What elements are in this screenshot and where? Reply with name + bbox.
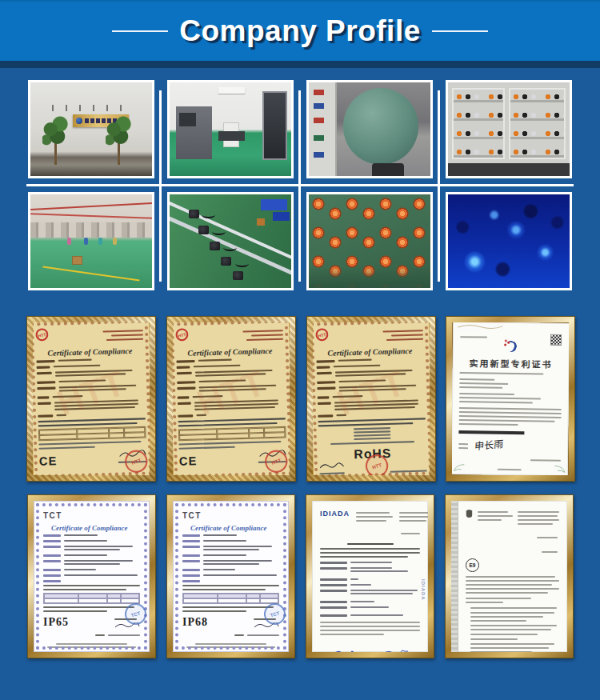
photo-showroom-shelves [446, 80, 572, 178]
ip68-mark: IP68 [182, 616, 208, 629]
carton-box [72, 256, 82, 265]
report-table [38, 426, 146, 441]
photo-office-reception [28, 80, 154, 178]
binding-edge [451, 501, 458, 652]
htt-logo-icon: HTT [34, 327, 50, 342]
certificate-tct-ip65: TCT Certificate of Compliance IP65 [27, 494, 156, 658]
blue-bin [273, 212, 290, 221]
report-fields [320, 562, 420, 618]
tct-logo: TCT [43, 511, 140, 520]
certificate-ce-2: HTT HTT Certificate of Compliance CE [166, 316, 296, 482]
signature-left [331, 648, 358, 652]
photo-test-lab [167, 80, 294, 178]
ce-mark: CE [179, 454, 198, 467]
company-profile-page: Company Profile [0, 0, 600, 700]
certificate-ce-1: HTT HTT Certificate of Compliance CE [26, 316, 156, 482]
e9-mark: E9 [466, 558, 479, 572]
signature [319, 462, 345, 475]
bench [218, 131, 245, 141]
photo-integrating-sphere [306, 80, 433, 178]
certificate-fields [43, 534, 140, 582]
cable [223, 244, 237, 251]
ceiling-lights [52, 105, 125, 111]
test-cabinet [262, 91, 288, 161]
certificate-fields [316, 358, 425, 418]
certificate-paper: TCT Certificate of Compliance IP65 [34, 501, 150, 652]
machine-row [30, 222, 152, 238]
top-ornament [456, 323, 504, 330]
air-conditioner [218, 87, 245, 94]
shelf-base [448, 163, 570, 176]
report-numbers [318, 426, 426, 441]
gold-frame: TCT Certificate of Compliance IP65 [27, 494, 156, 658]
idiada-logo: IDIADA [320, 510, 350, 518]
shelf-unit-left [452, 88, 506, 159]
coat-of-arms-icon [466, 509, 473, 519]
certificate-paper: HTT HTT Certificate of Compliance CE [173, 322, 290, 475]
green-flourish [552, 463, 566, 474]
certificate-paper: TCT Certificate of Compliance IP68 [173, 501, 289, 652]
floor-marking [43, 266, 140, 282]
certificate-paper: 实用新型专利证书 申长雨 [452, 322, 569, 475]
certificate-fields [36, 358, 145, 418]
patent-office-logo [504, 339, 518, 354]
gold-frame: TCT Certificate of Compliance IP68 [166, 494, 295, 658]
htt-logo-icon: HTT [174, 327, 190, 342]
lamp-housing [210, 242, 220, 250]
page-title: Company Profile [179, 14, 421, 48]
title-left-dash [112, 30, 168, 32]
photo-blue-aging-test [446, 192, 572, 290]
certificate-tct-ip68: TCT Certificate of Compliance IP68 [166, 494, 295, 658]
lamp-housing [221, 257, 231, 266]
cable [202, 211, 215, 218]
photo-assembly-line [28, 192, 154, 290]
gold-frame: E9 [445, 494, 574, 658]
worker [67, 238, 71, 245]
ceiling-pipe [30, 202, 152, 210]
lamp-housing [233, 271, 243, 280]
certificate-paper: IDIADA [312, 501, 428, 652]
blue-bin [261, 199, 287, 210]
ceiling-pipe [30, 213, 152, 218]
tct-logo: TCT [182, 511, 279, 520]
header-divider-strip [0, 61, 600, 68]
certificate-title: Certificate of Compliance [36, 346, 144, 358]
test-chamber [176, 106, 213, 159]
worker [84, 238, 88, 245]
green-flourish [453, 462, 467, 473]
htt-logo-icon: HTT [314, 327, 330, 342]
header-banner: Company Profile [0, 0, 600, 61]
control-rack [309, 82, 337, 176]
cable [235, 260, 249, 267]
worker [98, 238, 102, 245]
gold-frame: HTT HTT Certificate of Compliance [306, 316, 436, 482]
certificate-title: Certificate of Compliance [316, 346, 424, 358]
cable [212, 228, 226, 235]
certificate-e9: E9 [445, 494, 574, 658]
certificate-rohs: HTT HTT Certificate of Compliance [306, 316, 436, 482]
signature-right [380, 648, 409, 652]
report-table [178, 426, 286, 441]
photo-orange-beacons [306, 192, 433, 290]
certificate-paper: HTT HTT Certificate of Compliance [313, 322, 430, 475]
patent-title: 实用新型专利证书 [460, 356, 562, 370]
patent-body [459, 372, 562, 426]
certificate-title: Certificate of Compliance [51, 524, 140, 532]
certificate-title: Certificate of Compliance [176, 346, 284, 358]
photo-production-conveyor [167, 192, 294, 290]
certificate-patent: 实用新型专利证书 申长雨 [446, 316, 575, 482]
gold-frame: 实用新型专利证书 申长雨 [446, 316, 575, 482]
gold-frame: IDIADA [306, 494, 434, 658]
certificate-fields [182, 534, 279, 582]
shelf-unit-right [509, 88, 566, 159]
plant-right [106, 115, 133, 165]
redacted-bar [458, 430, 524, 434]
lamp-housing [189, 210, 199, 218]
idiada-vertical-watermark: IDIADA [421, 579, 426, 601]
gold-frame: HTT HTT Certificate of Compliance CE [166, 316, 296, 482]
certificate-paper: E9 [451, 501, 567, 652]
certificate-fields [176, 358, 285, 418]
integrating-sphere [343, 88, 418, 165]
stool [257, 218, 265, 226]
gold-frame: HTT HTT Certificate of Compliance CE [26, 316, 156, 482]
